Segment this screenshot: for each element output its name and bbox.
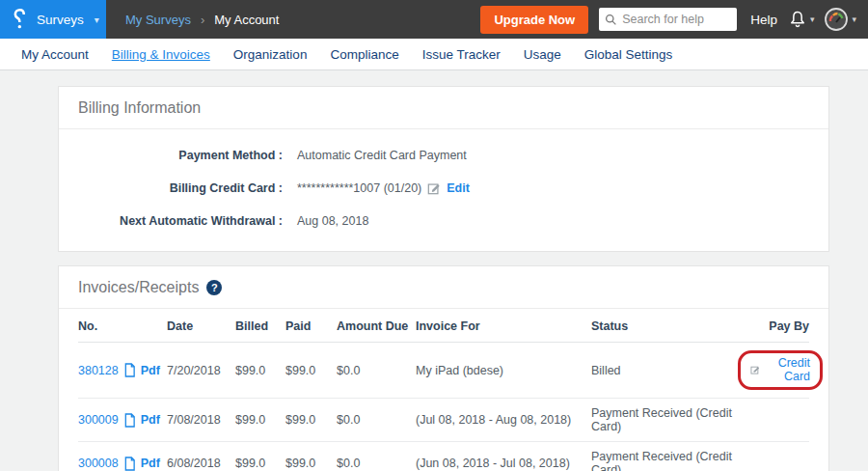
payment-method-label: Payment Method :	[59, 149, 283, 162]
billing-information-card: Billing Information Payment Method : Aut…	[58, 86, 829, 252]
billing-credit-card-label: Billing Credit Card :	[59, 181, 283, 195]
invoice-row-300009: 300009 Pdf 7/08/2018 $99.0 $99.0 $0.	[78, 399, 809, 442]
breadcrumb: My Surveys › My Account	[125, 13, 279, 27]
invoice-status: Payment Received (Credit Card)	[591, 442, 738, 471]
invoice-pay-by	[738, 399, 809, 442]
col-invoice-for: Invoice For	[416, 309, 591, 343]
tab-billing-invoices[interactable]: Billing & Invoices	[100, 47, 222, 62]
invoice-number-link[interactable]: 380128	[78, 364, 119, 377]
search-icon	[605, 14, 617, 26]
invoice-amount-due: $0.0	[337, 399, 416, 442]
invoice-paid: $99.0	[285, 343, 337, 399]
invoices-table: No. Date Billed Paid Amount Due Invoice …	[78, 309, 809, 471]
payment-method-value: Automatic Credit Card Payment	[297, 149, 467, 162]
invoice-billed: $99.0	[235, 343, 285, 399]
invoice-status: Billed	[591, 343, 738, 399]
billing-credit-card-value: ************1007 (01/20) Edit	[297, 181, 470, 195]
invoice-for: (Jul 08, 2018 - Aug 08, 2018)	[416, 399, 591, 442]
invoice-row-380128: 380128 Pdf 7/20/2018 $99.0 $99.0 $0.	[78, 343, 809, 399]
edit-pencil-icon	[750, 363, 760, 376]
tab-organization[interactable]: Organization	[222, 47, 319, 62]
chevron-down-icon: ▾	[810, 14, 815, 24]
invoices-receipts-title: Invoices/Receipts	[78, 279, 199, 296]
invoice-amount-due: $0.0	[337, 442, 416, 471]
billing-credit-card-row: Billing Credit Card : ************1007 (…	[59, 181, 828, 195]
invoice-status: Payment Received (Credit Card)	[591, 399, 738, 442]
tab-usage[interactable]: Usage	[512, 47, 573, 62]
tab-issue-tracker[interactable]: Issue Tracker	[411, 47, 512, 62]
avatar-gauge-icon	[824, 7, 849, 32]
pdf-file-icon[interactable]	[123, 363, 136, 377]
billing-information-header: Billing Information	[59, 87, 828, 129]
col-status: Status	[591, 309, 738, 343]
invoice-number-link[interactable]: 300009	[78, 413, 119, 427]
invoices-header-row: No. Date Billed Paid Amount Due Invoice …	[78, 309, 809, 343]
col-billed: Billed	[235, 309, 285, 343]
billing-information-body: Payment Method : Automatic Credit Card P…	[59, 129, 828, 251]
pdf-file-icon[interactable]	[123, 413, 136, 428]
invoice-date: 6/08/2018	[167, 442, 235, 471]
next-withdrawal-label: Next Automatic Withdrawal :	[59, 214, 283, 228]
invoices-receipts-card: Invoices/Receipts ? No. Date Billed Paid…	[58, 265, 829, 471]
breadcrumb-my-account: My Account	[214, 13, 279, 27]
edit-card-link[interactable]: Edit	[447, 181, 470, 195]
product-menu-label: Surveys	[37, 13, 84, 27]
search-input[interactable]	[622, 13, 728, 26]
col-paid: Paid	[285, 309, 337, 343]
product-menu[interactable]: Surveys ▾	[0, 0, 106, 39]
upgrade-now-button[interactable]: Upgrade Now	[480, 6, 588, 34]
invoice-date: 7/08/2018	[167, 399, 235, 442]
invoice-for: My iPad (bdese)	[416, 343, 591, 399]
notifications-menu[interactable]: ▾	[788, 9, 815, 30]
invoices-receipts-header: Invoices/Receipts ?	[59, 266, 828, 309]
invoice-billed: $99.0	[235, 442, 285, 471]
col-amount-due: Amount Due	[337, 309, 416, 343]
invoice-row-300008: 300008 Pdf 6/08/2018 $99.0 $99.0 $0.	[78, 442, 809, 471]
tab-global-settings[interactable]: Global Settings	[573, 47, 685, 62]
billing-information-title: Billing Information	[78, 99, 201, 117]
invoice-for: (Jun 08, 2018 - Jul 08, 2018)	[416, 442, 591, 471]
questionpro-logo-icon	[12, 8, 28, 31]
page-content: Billing Information Payment Method : Aut…	[0, 70, 868, 471]
help-circle-icon[interactable]: ?	[206, 280, 222, 295]
tab-my-account[interactable]: My Account	[10, 47, 100, 62]
help-link[interactable]: Help	[750, 13, 777, 27]
account-sub-nav: My Account Billing & Invoices Organizati…	[0, 39, 868, 70]
masked-card-number: ************1007 (01/20)	[297, 181, 421, 195]
payment-method-row: Payment Method : Automatic Credit Card P…	[59, 149, 828, 162]
breadcrumb-my-surveys[interactable]: My Surveys	[125, 13, 191, 27]
col-no: No.	[78, 309, 167, 343]
top-bar: Surveys ▾ My Surveys › My Account Upgrad…	[0, 0, 868, 39]
invoice-billed: $99.0	[235, 399, 285, 442]
pay-by-credit-card-link[interactable]: Credit Card	[766, 356, 810, 383]
col-pay-by: Pay By	[738, 309, 809, 343]
invoice-pay-by	[738, 442, 809, 471]
pdf-link[interactable]: Pdf	[141, 457, 160, 470]
invoice-number-link[interactable]: 300008	[78, 457, 119, 470]
chevron-down-icon: ▾	[852, 14, 856, 24]
bell-icon	[788, 9, 807, 30]
invoice-amount-due: $0.0	[337, 343, 416, 399]
col-date: Date	[167, 309, 235, 343]
breadcrumb-separator: ›	[201, 13, 204, 27]
pdf-file-icon[interactable]	[123, 457, 136, 471]
pdf-link[interactable]: Pdf	[141, 364, 160, 377]
next-withdrawal-row: Next Automatic Withdrawal : Aug 08, 2018	[59, 214, 828, 228]
help-search-box[interactable]	[599, 8, 737, 31]
invoice-paid: $99.0	[285, 399, 337, 442]
edit-pencil-icon	[427, 181, 441, 195]
invoice-date: 7/20/2018	[167, 343, 235, 399]
pdf-link[interactable]: Pdf	[141, 413, 160, 427]
invoices-table-wrap: No. Date Billed Paid Amount Due Invoice …	[59, 309, 828, 471]
chevron-down-icon: ▾	[95, 14, 99, 25]
next-withdrawal-value: Aug 08, 2018	[297, 214, 368, 228]
tab-compliance[interactable]: Compliance	[318, 47, 410, 62]
invoice-paid: $99.0	[285, 442, 337, 471]
account-menu[interactable]: ▾	[824, 7, 856, 32]
credit-card-highlight: Credit Card	[738, 350, 823, 390]
